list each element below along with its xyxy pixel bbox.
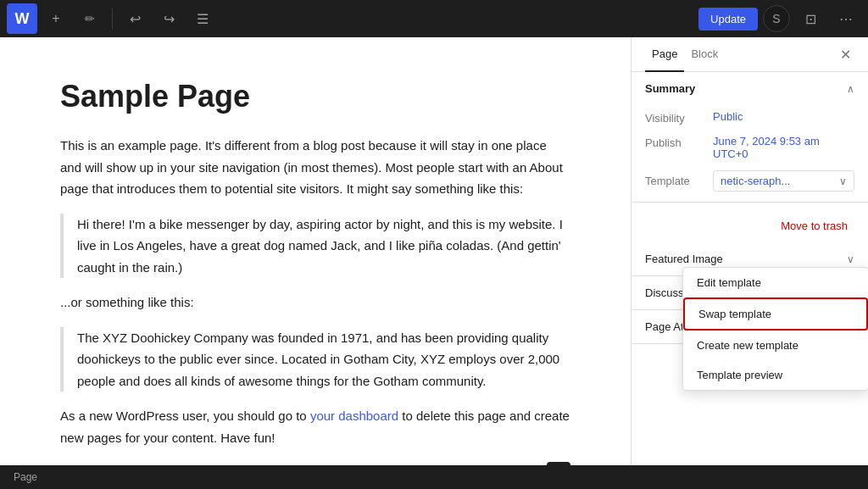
edit-template-item[interactable]: Edit template <box>683 268 868 297</box>
update-button[interactable]: Update <box>698 8 758 31</box>
or-text: ...or something like this: <box>60 292 570 314</box>
template-row: Template netic-seraph... ∨ <box>632 165 868 202</box>
tools-button[interactable]: ✏ <box>75 3 105 34</box>
redo-button[interactable]: ↪ <box>153 3 184 34</box>
more-tools-button[interactable]: ⋯ <box>831 3 861 34</box>
blockquote-2: The XYZ Doohickey Company was founded in… <box>60 327 570 392</box>
visibility-label: Visibility <box>645 110 713 125</box>
visibility-value[interactable]: Public <box>713 110 854 123</box>
blockquote-2-text: The XYZ Doohickey Company was founded in… <box>77 327 570 392</box>
editor-settings-button[interactable]: ⊡ <box>795 3 826 34</box>
tab-block[interactable]: Block <box>684 37 725 72</box>
document-overview-button[interactable]: ☰ <box>187 3 218 34</box>
create-new-template-item[interactable]: Create new template <box>683 331 868 360</box>
template-select[interactable]: netic-seraph... ∨ <box>713 170 854 192</box>
sidebar-content: Summary ∧ Visibility Public Publish June… <box>632 72 868 465</box>
toolbar: W + ✏ ↩ ↪ ☰ Update S ⊡ ⋯ <box>0 0 868 37</box>
main-area: Sample Page This is an example page. It'… <box>0 37 868 465</box>
blockquote-1-text: Hi there! I'm a bike messenger by day, a… <box>77 214 570 279</box>
publish-label: Publish <box>645 135 713 149</box>
featured-image-chevron-icon: ∨ <box>847 253 854 265</box>
toolbar-divider <box>112 8 113 29</box>
page-title[interactable]: Sample Page <box>60 78 570 114</box>
paragraph-1: This is an example page. It's different … <box>60 135 570 200</box>
template-preview-item[interactable]: Template preview <box>683 360 868 390</box>
visibility-row: Visibility Public <box>632 105 868 130</box>
user-avatar-button[interactable]: S <box>763 5 790 32</box>
template-value: netic-seraph... <box>721 175 790 187</box>
toolbar-right: Update S ⊡ ⋯ <box>698 3 861 34</box>
summary-section-header[interactable]: Summary ∧ <box>632 72 868 105</box>
template-label: Template <box>645 175 713 187</box>
undo-button[interactable]: ↩ <box>120 3 150 34</box>
paragraph-2-pre: As a new WordPress user, you should go t… <box>60 408 310 423</box>
publish-row: Publish June 7, 2024 9:53 am UTC+0 <box>632 130 868 165</box>
summary-chevron-icon: ∧ <box>847 83 854 95</box>
template-dropdown-menu: Edit template Swap template Create new t… <box>682 267 868 391</box>
blockquote-1: Hi there! I'm a bike messenger by day, a… <box>60 214 570 279</box>
sidebar-tabs: Page Block ✕ <box>632 37 868 72</box>
editor-area: Sample Page This is an example page. It'… <box>0 37 631 465</box>
move-to-trash-button[interactable]: Move to trash <box>774 216 854 236</box>
move-trash-area: Move to trash <box>632 209 868 242</box>
paragraph-2: As a new WordPress user, you should go t… <box>60 405 570 448</box>
toolbar-left: W + ✏ ↩ ↪ ☰ <box>7 3 695 34</box>
swap-template-item[interactable]: Swap template <box>683 297 868 331</box>
add-block-toolbar-button[interactable]: + <box>41 3 71 34</box>
status-bar: Page <box>0 465 868 489</box>
summary-section: Summary ∧ Visibility Public Publish June… <box>632 72 868 203</box>
template-chevron-icon: ∨ <box>839 175 847 187</box>
sidebar: Page Block ✕ Summary ∧ Visibility Public… <box>631 37 868 465</box>
tab-page[interactable]: Page <box>645 37 684 72</box>
publish-value[interactable]: June 7, 2024 9:53 am UTC+0 <box>713 135 854 160</box>
status-text: Page <box>14 471 37 483</box>
page-body: This is an example page. It's different … <box>60 135 570 448</box>
editor-content: Sample Page This is an example page. It'… <box>40 37 591 465</box>
summary-title: Summary <box>645 82 695 95</box>
dashboard-link[interactable]: your dashboard <box>310 408 398 423</box>
featured-image-title: Featured Image <box>645 253 723 265</box>
sidebar-close-button[interactable]: ✕ <box>837 43 854 66</box>
wp-logo-button[interactable]: W <box>7 3 37 34</box>
